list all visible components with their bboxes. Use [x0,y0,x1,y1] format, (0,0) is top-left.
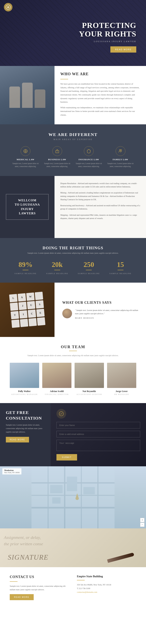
who-title: WHO WE ARE [60,72,140,76]
team-photo-2 [42,363,72,388]
tile-blank5 [28,318,37,326]
service-item-4: Shipping - Advised and represented P&I c… [60,213,140,220]
medical-icon [21,146,30,156]
area-business-title: BUSINESS LAW [43,158,71,160]
avatar [62,308,72,318]
area-insurance: INSURANCE LAW Sample text, Lorem ipsum d… [73,146,105,168]
doing-title: DOING THE RIGHT THINGS [10,246,136,250]
doing-subtitle: Sample text. Lorem ipsum dolor sit amet,… [22,252,124,255]
stat-divider-3 [86,270,92,270]
stat-3: 250 SAMPLE HEADLINE [78,260,100,275]
map-controls[interactable]: + − [140,518,144,527]
message-textarea[interactable] [56,440,140,451]
clients-section: L A W J U S T I C E WHAT OUR CLIENTS SAY… [0,282,146,337]
tile-l: L [9,294,18,302]
area-insurance-title: INSURANCE LAW [75,158,103,160]
who-image [0,66,54,124]
who-img-inner [0,66,54,124]
who-section: WHO WE ARE We have grown into an establi… [0,66,146,124]
hero-title: PROTECTING YOUR RIGHTS [79,21,136,38]
stat-num-1: 89% [15,260,37,269]
svg-rect-18 [83,487,95,494]
contact-email-link[interactable]: contactus@domaim.com [77,591,97,593]
testimonial: " Sample text. Lorem ipsum dolor sit ame… [62,308,138,319]
about-right: Dispute Resolution - Advised and represe… [54,176,146,238]
area-family-desc: Sample text, Lorem ipsum dolor sit amet,… [107,162,134,168]
contact-body: Sample text. Lorem ipsum dolor sit amet,… [10,584,69,592]
area-medical-desc: Sample text, Lorem ipsum dolor sit amet,… [12,162,40,168]
stats-grid: 89% SAMPLE HEADLINE 20k SAMPLE HEADLINE … [10,260,136,275]
tile-e: E [36,309,45,317]
tile-t: T [11,311,19,319]
contact-right: Empire State Building 350 5th Ave #6400,… [77,575,136,600]
stat-label-4: SAMPLE HEADLINE [109,272,131,274]
area-medical-title: MEDICAL LAW [12,158,40,160]
stat-4: 15 SAMPLE HEADLINE [109,260,131,275]
area-medical: MEDICAL LAW Sample text, Lorem ipsum dol… [10,146,41,168]
team-role-3: ACCOUNTANT-AUDITOR [75,394,104,395]
svg-rect-19 [52,497,60,504]
logo: ⚖ [4,3,13,12]
about-heading: WELLCOM TO LOUISIANA INJURY LAWYERS [11,198,43,216]
signature-section: Assignment, or delay, the prior written … [0,528,146,567]
map-inner: Manhattan New York, NY 10036 + − [0,466,146,528]
submit-button[interactable]: SUBMIT [56,454,77,460]
svg-point-5 [119,150,120,151]
hero-subtitle: LOUISIANA INJURY LAWYER [79,40,136,42]
map-zoom-in[interactable]: + [140,518,144,522]
contact-address: 350 5th Ave #6400, New York, NY 10118 [77,583,136,587]
contact-email: contactus@domaim.com [77,590,136,594]
team-member-2: Adrian Scoldi FINANCIAL DIRECTOR [42,363,72,395]
hero-cta-button[interactable]: READ MORE [110,46,136,52]
team-name-1: Polly Walter [10,390,39,393]
email-input[interactable] [56,431,140,438]
tile-blank3 [11,320,20,328]
about-left-inner: WELLCOM TO LOUISIANA INJURY LAWYERS [6,194,49,220]
tile-a: A [18,293,26,302]
contact-building: Empire State Building [77,575,136,578]
contact-left: CONTACT US Sample text. Lorem ipsum dolo… [10,575,69,600]
family-icon [116,146,125,156]
service-item-2: Mining - Advised and assisted a leading … [60,191,140,201]
consult-icon [56,409,66,418]
business-icon [52,146,62,156]
svg-rect-17 [67,477,77,491]
contact-title: CONTACT US [10,575,69,579]
hero-content: PROTECTING YOUR RIGHTS LOUISIANA INJURY … [79,14,146,52]
team-name-4: Jorge Greer [107,390,136,393]
stat-num-4: 15 [109,260,131,269]
tile-c: C [28,310,36,318]
stat-label-3: SAMPLE HEADLINE [78,272,100,274]
doing-section: DOING THE RIGHT THINGS Sample text. Lore… [0,238,146,283]
signature-text: Assignment, or delay, the prior written … [4,534,43,547]
service-item-1: Dispute Resolution - Advised and represe… [60,182,140,188]
gold-divider [60,79,68,79]
map-zoom-out[interactable]: − [140,522,144,527]
consult-cta-button[interactable]: READ MORE [6,437,29,442]
tile-blank4 [20,319,28,327]
consultation-section: GET FREE CONSULTATION Sample text. Lorem… [0,403,146,466]
tile-blank6 [37,317,45,326]
signature-line: SIGNATURE [8,553,48,561]
consult-body: Sample text. Lorem ipsum dolor sit amet,… [6,423,45,434]
consult-title: GET FREE CONSULTATION [6,410,45,421]
stat-divider-1 [23,270,28,270]
contact-section: CONTACT US Sample text. Lorem ipsum dolo… [0,567,146,608]
tile-w: W [26,292,34,301]
map-container: Manhattan New York, NY 10036 + − [0,466,146,528]
tile-i: I [19,310,27,319]
map-section: Manhattan New York, NY 10036 + − [0,466,146,528]
hero-section: ⚖ PROTECTING YOUR RIGHTS LOUISIANA INJUR… [0,0,146,66]
contact-cta-button[interactable]: READ MORE [10,594,34,600]
service-item-3: Restructuring and Insolvency - Advised a… [60,204,140,211]
testimonial-quote: " Sample text. Lorem ipsum dolor sit ame… [75,308,138,316]
team-photo-1 [10,363,39,388]
team-title: OUR TEAM [10,345,136,349]
consult-right: SUBMIT [51,403,146,466]
svg-point-6 [120,150,122,151]
team-member-4: Jorge Greer HR MANAGER [107,363,136,395]
area-business-desc: Sample text, Lorem ipsum dolor sit amet,… [43,162,71,168]
name-input[interactable] [56,422,140,428]
contact-divider [10,581,18,582]
area-insurance-desc: Sample text, Lorem ipsum dolor sit amet,… [75,162,103,168]
